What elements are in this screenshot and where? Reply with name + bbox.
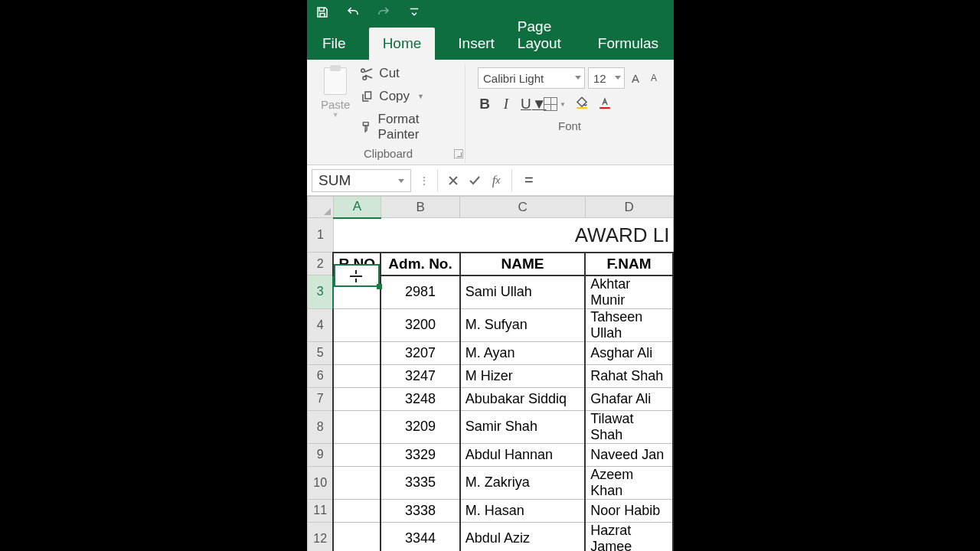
column-header-b[interactable]: B: [381, 197, 460, 218]
column-header-c[interactable]: C: [460, 197, 585, 218]
cell[interactable]: 3248: [381, 387, 460, 410]
underline-button[interactable]: U▼: [521, 96, 534, 112]
header-cell[interactable]: Adm. No.: [381, 253, 460, 276]
row-header[interactable]: 5: [308, 341, 334, 364]
cell[interactable]: 3344: [381, 522, 460, 551]
cell[interactable]: Tilawat Shah: [585, 410, 673, 443]
column-header-a[interactable]: A: [333, 197, 381, 218]
formula-input[interactable]: =: [517, 171, 674, 189]
customize-qat-button[interactable]: [403, 2, 425, 23]
cell[interactable]: Akhtar Munir: [585, 276, 673, 309]
cell[interactable]: 3200: [381, 308, 460, 341]
font-color-button[interactable]: [598, 95, 612, 113]
header-cell[interactable]: F.NAM: [585, 253, 673, 276]
cell[interactable]: 3247: [381, 364, 460, 387]
insert-function-button[interactable]: fx: [485, 169, 507, 192]
fill-color-button[interactable]: [575, 95, 589, 113]
cell[interactable]: M. Zakriya: [460, 466, 585, 499]
redo-button[interactable]: [373, 2, 394, 23]
cell[interactable]: [333, 522, 381, 551]
select-all-button[interactable]: [308, 197, 334, 218]
chevron-down-icon: [398, 179, 404, 183]
cell[interactable]: Abdul Hannan: [460, 443, 585, 466]
cell[interactable]: Tahseen Ullah: [585, 308, 673, 341]
cell[interactable]: 3335: [381, 466, 460, 499]
cell[interactable]: [333, 499, 381, 522]
italic-button[interactable]: I: [499, 96, 513, 112]
column-header-d[interactable]: D: [585, 197, 673, 218]
cell[interactable]: M. Hasan: [460, 499, 585, 522]
row-header[interactable]: 1: [308, 218, 334, 253]
cell[interactable]: Naveed Jan: [585, 443, 673, 466]
header-cell[interactable]: R.NO: [333, 253, 381, 276]
cell[interactable]: M Hizer: [460, 364, 585, 387]
undo-button[interactable]: [342, 2, 364, 23]
name-box-value: SUM: [318, 172, 351, 189]
cell[interactable]: Noor Habib: [585, 499, 673, 522]
chevron-down-icon: [615, 76, 621, 80]
copy-button[interactable]: Copy ▼: [358, 87, 459, 106]
paste-button[interactable]: Paste ▼: [318, 64, 353, 122]
cell[interactable]: 2981: [381, 276, 460, 309]
tab-page-layout[interactable]: Page Layout: [518, 11, 575, 60]
row-header[interactable]: 6: [308, 364, 334, 387]
bold-button[interactable]: B: [478, 96, 492, 112]
row-header[interactable]: 11: [308, 499, 334, 522]
tab-home[interactable]: Home: [369, 28, 436, 60]
cell[interactable]: [333, 443, 381, 466]
cell[interactable]: 3207: [381, 341, 460, 364]
cell[interactable]: [333, 410, 381, 443]
expand-formula-bar-icon[interactable]: ⋮: [419, 174, 430, 187]
cell[interactable]: [333, 466, 381, 499]
borders-button[interactable]: ▼: [544, 97, 566, 111]
cell[interactable]: Abdul Aziz: [460, 522, 585, 551]
save-button[interactable]: [312, 2, 333, 23]
cell[interactable]: M. Sufyan: [460, 308, 585, 341]
cell[interactable]: 3329: [381, 443, 460, 466]
row-header[interactable]: 4: [308, 308, 334, 341]
row-header[interactable]: 12: [308, 522, 334, 551]
cell[interactable]: Abubakar Siddiq: [460, 387, 585, 410]
row-header[interactable]: 10: [308, 466, 334, 499]
cell[interactable]: Ghafar Ali: [585, 387, 673, 410]
format-painter-button[interactable]: Format Painter: [358, 110, 459, 144]
svg-rect-0: [577, 107, 587, 109]
spreadsheet-grid[interactable]: A B C D 1AWARD LI2R.NOAdm. No.NAMEF.NAM3…: [307, 196, 674, 551]
row-header[interactable]: 8: [308, 410, 334, 443]
cell[interactable]: Samir Shah: [460, 410, 585, 443]
row-header[interactable]: 3: [308, 276, 334, 309]
clipboard-dialog-launcher[interactable]: [454, 149, 463, 158]
row-header[interactable]: 2: [308, 253, 334, 276]
fill-handle[interactable]: [377, 284, 382, 289]
tab-insert[interactable]: Insert: [458, 28, 495, 60]
chevron-down-icon: ▼: [332, 111, 339, 119]
cell[interactable]: Rahat Shah: [585, 364, 673, 387]
cell[interactable]: [333, 308, 381, 341]
title-cell[interactable]: AWARD LI: [333, 218, 673, 253]
cell[interactable]: Asghar Ali: [585, 341, 673, 364]
font-size-select[interactable]: 12: [588, 67, 625, 89]
cell[interactable]: 3209: [381, 410, 460, 443]
header-cell[interactable]: NAME: [460, 253, 585, 276]
enter-button[interactable]: [464, 169, 485, 192]
row-header[interactable]: 9: [308, 443, 334, 466]
cut-button[interactable]: Cut: [358, 64, 459, 83]
cell[interactable]: Azeem Khan: [585, 466, 673, 499]
cell[interactable]: M. Ayan: [460, 341, 585, 364]
font-group: Calibri Light 12 A A B I U▼: [470, 64, 669, 163]
increase-font-size-button[interactable]: A: [628, 67, 643, 89]
cell[interactable]: [333, 387, 381, 410]
cell[interactable]: [333, 341, 381, 364]
row-header[interactable]: 7: [308, 387, 334, 410]
font-name-select[interactable]: Calibri Light: [478, 67, 585, 89]
name-box[interactable]: SUM: [312, 169, 411, 192]
cell[interactable]: Hazrat Jamee: [585, 522, 673, 551]
cell[interactable]: 3338: [381, 499, 460, 522]
tab-file[interactable]: File: [322, 28, 346, 60]
cell[interactable]: Sami Ullah: [460, 276, 585, 309]
cancel-button[interactable]: [443, 169, 464, 192]
cell[interactable]: [333, 276, 381, 309]
decrease-font-size-button[interactable]: A: [646, 67, 662, 89]
tab-formulas[interactable]: Formulas: [598, 28, 658, 60]
cell[interactable]: [333, 364, 381, 387]
